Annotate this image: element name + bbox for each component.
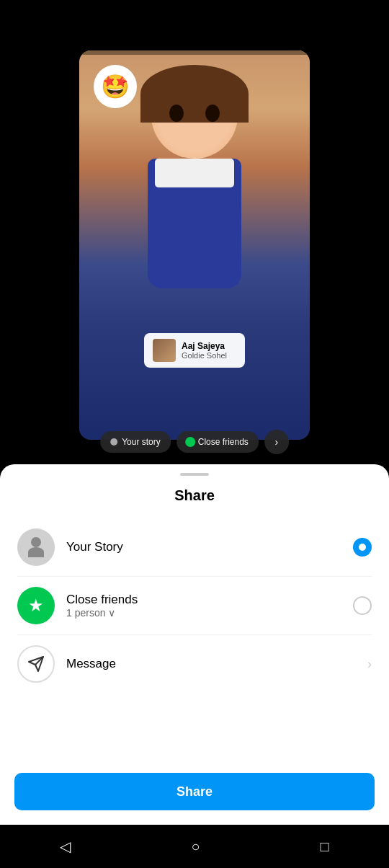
your-story-radio[interactable] (353, 538, 372, 557)
doll-collar (155, 159, 234, 187)
caption-title: Aaj Sajeya (182, 341, 227, 351)
arrow-icon: › (274, 436, 278, 448)
your-story-title: Your Story (66, 540, 341, 554)
close-friends-subtitle: 1 person ∨ (66, 607, 341, 619)
radio-selected-icon (353, 538, 372, 557)
recents-button[interactable]: □ (320, 838, 328, 855)
radio-empty-icon (353, 596, 372, 615)
close-friends-title: Close friends (66, 593, 341, 607)
send-svg (27, 655, 45, 673)
recents-icon: □ (320, 838, 328, 855)
message-title: Message (66, 657, 356, 671)
your-story-option[interactable]: Your Story (0, 518, 389, 576)
close-friends-content: Close friends 1 person ∨ (66, 593, 341, 619)
close-friends-btn[interactable]: Close friends (176, 431, 259, 453)
chevron-right-icon: › (367, 657, 372, 672)
story-image: 🤩 Aaj Sajeya Goldie Sohel (79, 50, 310, 440)
story-progress-bar (79, 50, 310, 55)
story-controls: Your story Close friends › (100, 430, 289, 454)
doll-eye-left (169, 105, 184, 122)
your-story-content: Your Story (66, 540, 341, 554)
person-icon (26, 537, 46, 557)
share-title: Share (0, 476, 389, 518)
share-bottom-sheet: Share Your Story ★ Close friends 1 perso… (0, 464, 389, 825)
close-friends-radio[interactable] (353, 596, 372, 615)
close-friends-count: 1 person (66, 607, 105, 619)
share-button[interactable]: Share (14, 773, 375, 810)
doll-head (151, 72, 238, 159)
home-icon: ○ (191, 838, 200, 855)
your-story-dot (110, 438, 117, 446)
doll-eye-right (205, 105, 220, 122)
star-icon: ★ (28, 595, 44, 616)
story-next-btn[interactable]: › (264, 430, 289, 454)
doll-clothes (148, 159, 241, 288)
emoji-icon: 🤩 (101, 73, 130, 100)
message-option[interactable]: Message › (0, 635, 389, 693)
close-friends-label: Close friends (198, 437, 249, 447)
story-caption: Aaj Sajeya Goldie Sohel (144, 333, 245, 368)
story-area: 🤩 Aaj Sajeya Goldie Sohel Your story Clo… (0, 0, 389, 490)
back-icon: ◁ (60, 838, 71, 855)
chevron-down-icon: ∨ (108, 607, 115, 619)
message-chevron: › (367, 657, 372, 672)
story-card: 🤩 Aaj Sajeya Goldie Sohel (79, 50, 310, 440)
doll-figure (122, 72, 267, 317)
share-button-container: Share (14, 773, 375, 810)
close-friends-icon: ★ (17, 587, 55, 624)
android-nav-bar: ◁ ○ □ (0, 825, 389, 868)
back-button[interactable]: ◁ (60, 838, 71, 855)
close-friends-dot (187, 438, 194, 446)
your-story-btn[interactable]: Your story (100, 431, 171, 453)
your-story-icon (17, 528, 55, 566)
home-button[interactable]: ○ (191, 838, 200, 855)
caption-thumbnail (153, 339, 176, 362)
emoji-avatar: 🤩 (94, 65, 137, 108)
message-icon (17, 645, 55, 683)
caption-subtitle: Goldie Sohel (182, 351, 227, 360)
caption-text: Aaj Sajeya Goldie Sohel (182, 341, 227, 360)
your-story-label: Your story (122, 437, 161, 447)
message-content: Message (66, 657, 356, 671)
doll-hair (140, 65, 249, 123)
close-friends-option[interactable]: ★ Close friends 1 person ∨ (0, 577, 389, 634)
